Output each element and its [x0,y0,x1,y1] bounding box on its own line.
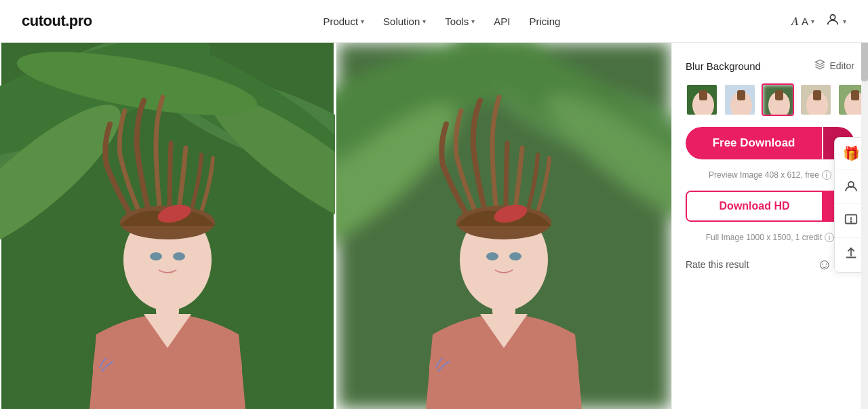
thumbnail-4[interactable] [800,83,832,116]
nav-api[interactable]: API [494,16,510,27]
svg-point-28 [486,252,498,260]
svg-point-29 [509,252,521,260]
free-download-button[interactable]: Free Download [686,127,822,159]
info-icon[interactable]: i [825,233,834,242]
free-download-wrapper: Free Download ▼ [686,127,854,159]
happy-rating-button[interactable]: ☺ [817,256,832,273]
thumbnail-strip [686,83,854,116]
user-icon [825,12,840,31]
nav-product[interactable]: Product ▾ [323,16,364,27]
nav-right: 𝐴 A ▾ ▾ [791,12,846,31]
language-button[interactable]: 𝐴 A ▾ [791,14,814,28]
user-button[interactable]: ▾ [825,12,846,31]
download-hd-button[interactable]: Download HD [687,192,822,220]
svg-rect-41 [813,90,821,100]
original-image-panel [0,43,335,409]
blur-background-title: Blur Background [686,60,761,72]
rating-row: Rate this result ☺ ☹ [686,256,854,273]
processed-image-panel [336,43,671,409]
navbar: cutout.pro Product ▾ Solution ▾ Tools ▾ … [0,0,868,43]
svg-point-48 [850,221,851,222]
svg-point-0 [830,14,835,19]
images-container [0,43,671,409]
full-image-info: Full Image 1000 x 1500, 1 credit i [686,233,854,242]
download-hd-wrapper: Download HD ▼ [686,191,854,222]
logo[interactable]: cutout.pro [22,12,92,30]
info-icon[interactable]: i [822,170,831,180]
thumbnail-2[interactable] [724,83,756,116]
svg-point-14 [150,252,162,260]
chevron-down-icon: ▾ [843,18,846,25]
translate-icon: 𝐴 [791,14,799,28]
gift-icon: 🎁 [843,145,860,161]
scrollbar[interactable] [861,0,868,409]
face-icon [843,178,859,197]
main-content: Blur Background Editor [0,43,868,409]
preview-info: Preview Image 408 x 612, free i [686,170,854,180]
editor-icon [814,59,825,73]
happy-face-icon: ☺ [817,256,832,273]
svg-rect-35 [737,90,745,100]
svg-rect-38 [775,90,783,100]
svg-rect-44 [851,90,859,100]
nav-pricing[interactable]: Pricing [530,16,561,27]
svg-point-15 [173,252,185,260]
rate-label: Rate this result [686,259,749,270]
thumbnail-1[interactable] [686,83,718,116]
nav-solution[interactable]: Solution ▾ [383,16,426,27]
chevron-down-icon: ▾ [361,18,364,25]
thumbnail-3[interactable] [762,83,794,116]
svg-rect-32 [699,90,707,100]
nav-tools[interactable]: Tools ▾ [445,16,475,27]
alert-icon [844,212,859,231]
blur-background-header: Blur Background Editor [686,59,854,73]
nav-links: Product ▾ Solution ▾ Tools ▾ API Pricing [323,16,560,27]
chevron-down-icon: ▾ [422,18,426,25]
editor-button[interactable]: Editor [814,59,854,73]
chevron-down-icon: ▾ [471,18,475,25]
chevron-down-icon: ▾ [811,18,814,25]
upload-icon [844,246,859,265]
